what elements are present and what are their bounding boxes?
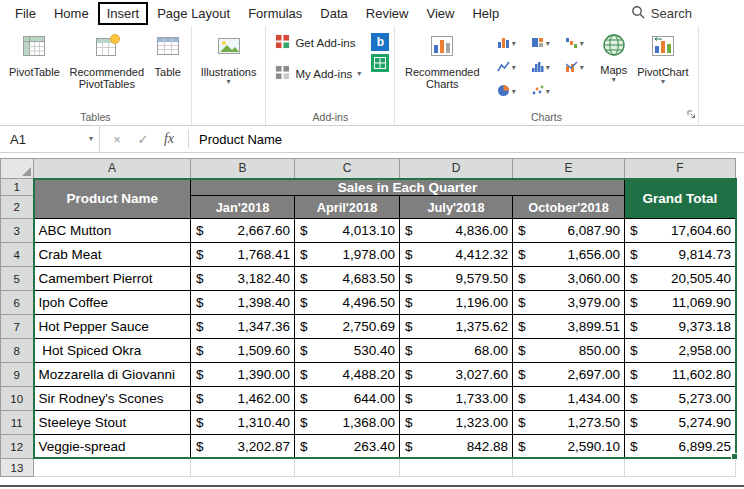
statistic-chart-button[interactable]: ▾ [524,57,556,78]
fill-handle[interactable] [731,453,738,460]
charts-dialog-launcher-icon[interactable] [686,105,696,123]
product-name-cell[interactable]: Hot Spiced Okra [34,339,191,363]
row-header[interactable]: 8 [1,339,34,363]
grand-total-value-cell[interactable]: $9,814.73 [625,243,736,267]
october-value-cell[interactable]: $3,979.00 [513,291,625,315]
pivottable-button[interactable]: PivotTable [5,29,64,81]
column-chart-button[interactable]: ▾ [490,33,522,54]
october-value-cell[interactable]: $1,434.00 [513,387,625,411]
empty-cell[interactable] [625,459,736,477]
july-value-cell[interactable]: $1,375.62 [400,315,513,339]
july-value-cell[interactable]: $68.00 [400,339,513,363]
jan-value-cell[interactable]: $1,398.40 [191,291,295,315]
april-value-cell[interactable]: $530.40 [295,339,400,363]
tab-help[interactable]: Help [463,2,508,25]
grand-total-value-cell[interactable]: $5,274.90 [625,411,736,435]
october-value-cell[interactable]: $3,899.51 [513,315,625,339]
grand-total-value-cell[interactable]: $2,958.00 [625,339,736,363]
illustrations-button[interactable]: Illustrations ▾ [197,29,261,89]
october-value-cell[interactable]: $2,697.00 [513,363,625,387]
formula-input[interactable]: Product Name [191,126,744,152]
product-name-cell[interactable]: Sir Rodney's Scones [34,387,191,411]
july-value-cell[interactable]: $3,027.60 [400,363,513,387]
product-name-cell[interactable]: Veggie-spread [34,435,191,459]
product-name-header-cell[interactable]: Product Name [34,179,191,219]
tab-file[interactable]: File [6,2,45,25]
column-header-d[interactable]: D [400,159,513,179]
row-header[interactable]: 6 [1,291,34,315]
jan-value-cell[interactable]: $1,347.36 [191,315,295,339]
july-value-cell[interactable]: $1,733.00 [400,387,513,411]
grand-total-value-cell[interactable]: $11,602.80 [625,363,736,387]
row-header[interactable]: 9 [1,363,34,387]
pie-chart-button[interactable]: ▾ [490,81,522,102]
row-header[interactable]: 7 [1,315,34,339]
jan-value-cell[interactable]: $1,390.00 [191,363,295,387]
row-header[interactable]: 4 [1,243,34,267]
product-name-cell[interactable]: Camembert Pierrot [34,267,191,291]
grand-total-value-cell[interactable]: $11,069.90 [625,291,736,315]
tab-home[interactable]: Home [45,2,98,25]
row-header[interactable]: 13 [1,459,34,477]
empty-cell[interactable] [34,459,191,477]
tab-review[interactable]: Review [357,2,418,25]
row-header[interactable]: 3 [1,219,34,243]
row-header[interactable]: 10 [1,387,34,411]
jan-value-cell[interactable]: $1,462.00 [191,387,295,411]
product-name-cell[interactable]: ABC Mutton [34,219,191,243]
october-value-cell[interactable]: $6,087.90 [513,219,625,243]
insert-function-button[interactable]: fx [156,131,182,147]
recommended-charts-button[interactable]: Recommended Charts [400,29,484,94]
table-button[interactable]: Table [150,29,186,81]
tab-page-layout[interactable]: Page Layout [148,2,239,25]
april-value-cell[interactable]: $4,683.50 [295,267,400,291]
jan-value-cell[interactable]: $1,768.41 [191,243,295,267]
grand-total-value-cell[interactable]: $9,373.18 [625,315,736,339]
july-value-cell[interactable]: $4,412.32 [400,243,513,267]
jan-value-cell[interactable]: $3,202.87 [191,435,295,459]
scatter-chart-button[interactable]: ▾ [524,81,556,102]
quarter-header-october[interactable]: October'2018 [513,196,625,219]
july-value-cell[interactable]: $842.88 [400,435,513,459]
tab-insert[interactable]: Insert [98,2,149,25]
quarter-header-jan[interactable]: Jan'2018 [191,196,295,219]
october-value-cell[interactable]: $3,060.00 [513,267,625,291]
product-name-cell[interactable]: Steeleye Stout [34,411,191,435]
column-header-f[interactable]: F [625,159,736,179]
grand-total-value-cell[interactable]: $20,505.40 [625,267,736,291]
grand-total-value-cell[interactable]: $17,604.60 [625,219,736,243]
product-name-cell[interactable]: Crab Meat [34,243,191,267]
empty-cell[interactable] [191,459,295,477]
empty-cell[interactable] [513,459,625,477]
jan-value-cell[interactable]: $1,509.60 [191,339,295,363]
column-header-b[interactable]: B [191,159,295,179]
select-all-corner[interactable] [1,159,34,179]
july-value-cell[interactable]: $4,836.00 [400,219,513,243]
product-name-cell[interactable]: Mozzarella di Giovanni [34,363,191,387]
recommended-pivottables-button[interactable]: Recommended PivotTables [66,29,148,94]
column-header-c[interactable]: C [295,159,400,179]
hierarchy-chart-button[interactable]: ▾ [524,33,556,54]
combo-chart-button[interactable]: ▾ [558,57,590,78]
october-value-cell[interactable]: $1,656.00 [513,243,625,267]
jan-value-cell[interactable]: $1,310.40 [191,411,295,435]
pivotchart-button[interactable]: PivotChart ▾ [633,29,692,89]
line-chart-button[interactable]: ▾ [490,57,522,78]
april-value-cell[interactable]: $4,488.20 [295,363,400,387]
april-value-cell[interactable]: $1,368.00 [295,411,400,435]
july-value-cell[interactable]: $1,196.00 [400,291,513,315]
tab-view[interactable]: View [417,2,463,25]
april-value-cell[interactable]: $4,496.50 [295,291,400,315]
maps-button[interactable]: Maps ▾ [596,29,631,87]
april-value-cell[interactable]: $263.40 [295,435,400,459]
tab-formulas[interactable]: Formulas [239,2,311,25]
bing-maps-addin-button[interactable]: b [371,33,389,51]
search-box[interactable]: Search [631,5,692,22]
july-value-cell[interactable]: $9,579.50 [400,267,513,291]
quarter-header-july[interactable]: July'2018 [400,196,513,219]
october-value-cell[interactable]: $1,273.50 [513,411,625,435]
april-value-cell[interactable]: $1,978.00 [295,243,400,267]
column-header-e[interactable]: E [513,159,625,179]
tab-data[interactable]: Data [311,2,356,25]
quarter-header-april[interactable]: April'2018 [295,196,400,219]
